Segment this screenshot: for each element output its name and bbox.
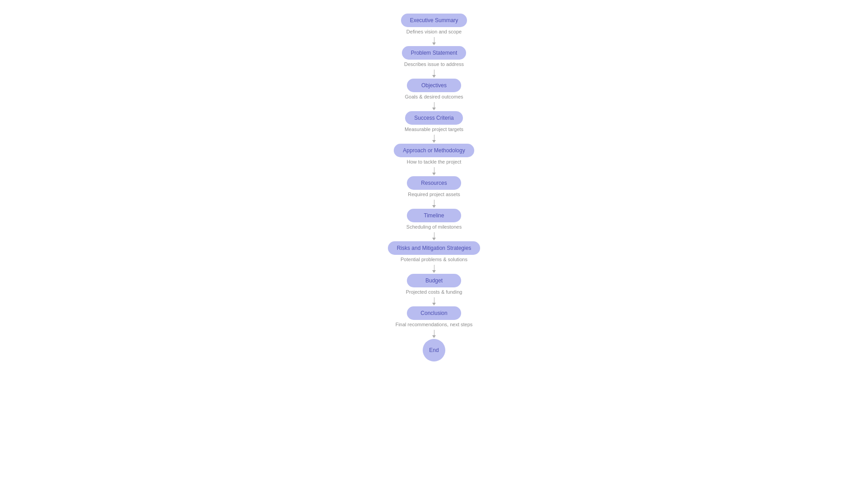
- node-risks-mitigation[interactable]: Risks and Mitigation Strategies: [388, 241, 481, 255]
- node-approach-methodology[interactable]: Approach or Methodology: [394, 144, 474, 157]
- edge-label-10: Final recommendations, next steps: [396, 322, 473, 327]
- edge-label-8: Potential problems & solutions: [401, 257, 467, 262]
- edge-label-1: Defines vision and scope: [406, 29, 462, 34]
- edge-label-6: Required project assets: [408, 192, 460, 197]
- flowchart: Executive Summary Defines vision and sco…: [366, 14, 502, 361]
- node-budget[interactable]: Budget: [407, 274, 461, 287]
- arrow-7: [432, 232, 436, 240]
- arrow-5: [432, 167, 436, 175]
- edge-label-2: Describes issue to address: [404, 61, 464, 67]
- arrow-1: [432, 37, 436, 45]
- node-resources[interactable]: Resources: [407, 176, 461, 190]
- arrow-8: [432, 265, 436, 273]
- edge-label-5: How to tackle the project: [407, 159, 461, 164]
- arrow-2: [432, 70, 436, 78]
- node-success-criteria[interactable]: Success Criteria: [405, 111, 462, 125]
- arrow-6: [432, 200, 436, 208]
- node-conclusion[interactable]: Conclusion: [407, 306, 461, 320]
- node-problem-statement[interactable]: Problem Statement: [402, 46, 467, 60]
- node-executive-summary[interactable]: Executive Summary: [401, 14, 467, 27]
- arrow-9: [432, 297, 436, 305]
- node-objectives[interactable]: Objectives: [407, 79, 461, 92]
- node-timeline[interactable]: Timeline: [407, 209, 461, 222]
- edge-label-4: Measurable project targets: [405, 127, 463, 132]
- edge-label-7: Scheduling of milestones: [406, 224, 462, 230]
- edge-label-9: Projected costs & funding: [406, 289, 462, 295]
- arrow-3: [432, 102, 436, 110]
- arrow-4: [432, 135, 436, 143]
- node-end[interactable]: End: [423, 339, 445, 361]
- edge-label-3: Goals & desired outcomes: [405, 94, 463, 99]
- arrow-10: [432, 330, 436, 338]
